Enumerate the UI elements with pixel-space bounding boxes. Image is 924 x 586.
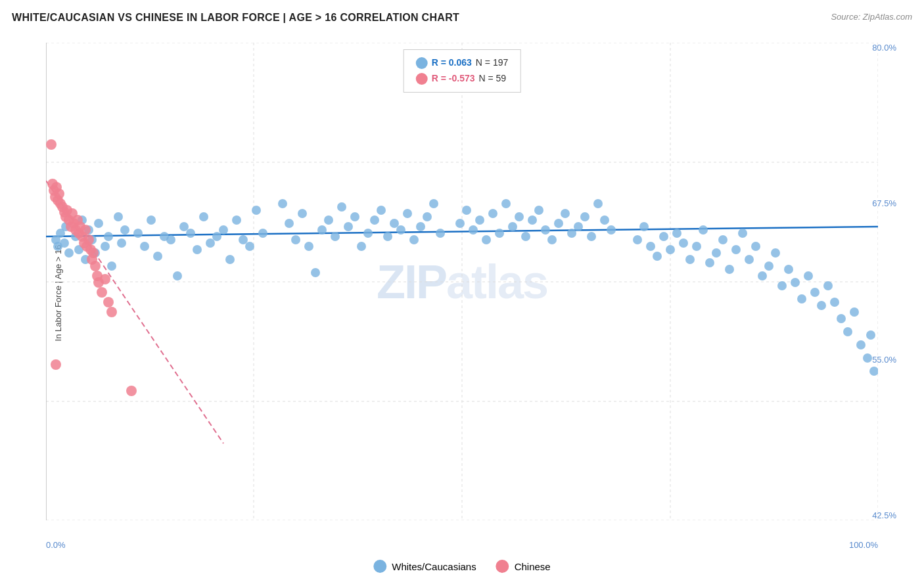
svg-point-64 (357, 242, 366, 251)
svg-point-29 (114, 212, 123, 221)
svg-point-59 (324, 215, 333, 225)
bottom-swatch-pink (496, 560, 509, 573)
legend-r-pink: R = -0.573 (432, 71, 475, 87)
svg-point-17 (60, 238, 69, 248)
svg-point-175 (126, 386, 137, 396)
svg-point-54 (291, 235, 300, 244)
chart-area: ZIPatlas (46, 43, 878, 520)
svg-point-80 (475, 215, 484, 225)
svg-point-105 (659, 232, 668, 241)
svg-point-113 (712, 248, 721, 258)
chart-container: WHITE/CAUCASIAN VS CHINESE IN LABOR FORC… (0, 0, 924, 586)
chart-svg (46, 43, 878, 520)
svg-point-107 (672, 229, 681, 238)
svg-point-97 (587, 232, 596, 241)
svg-point-116 (731, 245, 741, 254)
svg-point-57 (311, 268, 320, 277)
svg-point-47 (232, 215, 241, 225)
svg-point-130 (823, 281, 833, 290)
svg-point-103 (646, 242, 655, 251)
svg-point-91 (547, 235, 557, 244)
svg-point-41 (193, 245, 202, 254)
svg-point-125 (791, 278, 800, 287)
svg-point-55 (298, 209, 307, 218)
svg-point-111 (699, 225, 708, 235)
svg-point-69 (390, 219, 399, 228)
svg-point-167 (90, 261, 101, 271)
svg-point-100 (607, 225, 616, 235)
svg-point-126 (797, 294, 806, 304)
svg-point-45 (219, 225, 228, 235)
svg-point-35 (153, 252, 162, 261)
legend-n-pink: N = 59 (478, 71, 506, 87)
legend-row-pink: R = -0.573 N = 59 (416, 71, 509, 87)
svg-point-170 (51, 359, 61, 370)
svg-point-161 (80, 225, 91, 235)
svg-point-75 (429, 199, 438, 208)
svg-point-60 (331, 232, 340, 241)
svg-point-43 (206, 238, 215, 248)
svg-point-30 (117, 238, 126, 248)
svg-point-58 (317, 225, 327, 235)
svg-point-104 (653, 252, 662, 261)
svg-point-166 (88, 248, 99, 258)
svg-point-76 (436, 229, 445, 238)
svg-point-121 (764, 261, 774, 271)
svg-point-79 (469, 225, 478, 235)
x-axis-labels: 0.0% 100.0% (46, 540, 878, 550)
legend-r-blue: R = 0.063 (432, 55, 472, 71)
svg-point-98 (593, 199, 603, 208)
svg-point-139 (46, 139, 57, 150)
svg-point-108 (679, 238, 688, 248)
legend-item-blue: Whites/Caucasians (373, 560, 476, 573)
svg-point-48 (239, 235, 248, 244)
svg-point-92 (554, 219, 563, 228)
svg-point-132 (837, 314, 846, 323)
svg-point-115 (725, 265, 734, 274)
svg-point-87 (521, 232, 530, 241)
svg-point-78 (462, 206, 471, 215)
svg-point-119 (751, 242, 760, 251)
x-label-0: 0.0% (46, 540, 66, 550)
svg-point-27 (104, 232, 113, 241)
svg-point-114 (718, 235, 728, 244)
svg-point-133 (843, 327, 852, 336)
svg-point-65 (363, 229, 373, 238)
svg-point-123 (777, 281, 787, 290)
svg-point-40 (186, 229, 195, 238)
svg-point-51 (258, 229, 267, 238)
svg-point-117 (738, 229, 747, 238)
svg-point-89 (534, 206, 543, 215)
svg-point-109 (685, 255, 695, 264)
legend-item-pink: Chinese (496, 560, 551, 573)
svg-point-67 (377, 206, 386, 215)
svg-point-118 (745, 255, 754, 264)
svg-point-68 (383, 232, 392, 241)
svg-point-56 (304, 242, 313, 251)
svg-point-77 (455, 219, 465, 228)
legend-swatch-blue (416, 57, 428, 69)
svg-point-46 (225, 255, 235, 264)
svg-point-96 (580, 212, 589, 221)
svg-point-173 (103, 297, 114, 307)
svg-point-171 (97, 287, 107, 298)
svg-point-84 (501, 199, 511, 208)
svg-point-94 (567, 229, 576, 238)
svg-point-128 (810, 288, 820, 297)
svg-point-44 (212, 232, 221, 241)
source-text: Source: ZipAtlas.com (831, 12, 912, 22)
svg-point-124 (784, 265, 793, 274)
svg-point-101 (633, 235, 642, 244)
svg-point-88 (528, 215, 537, 225)
svg-point-112 (705, 258, 714, 267)
bottom-swatch-blue (373, 560, 386, 573)
svg-point-28 (107, 261, 116, 271)
svg-point-61 (337, 202, 346, 212)
legend-swatch-pink (416, 73, 428, 85)
svg-point-90 (541, 225, 550, 235)
svg-point-49 (245, 242, 254, 251)
svg-point-53 (285, 219, 294, 228)
svg-point-38 (173, 271, 182, 281)
svg-point-93 (561, 209, 570, 218)
svg-point-82 (488, 209, 497, 218)
